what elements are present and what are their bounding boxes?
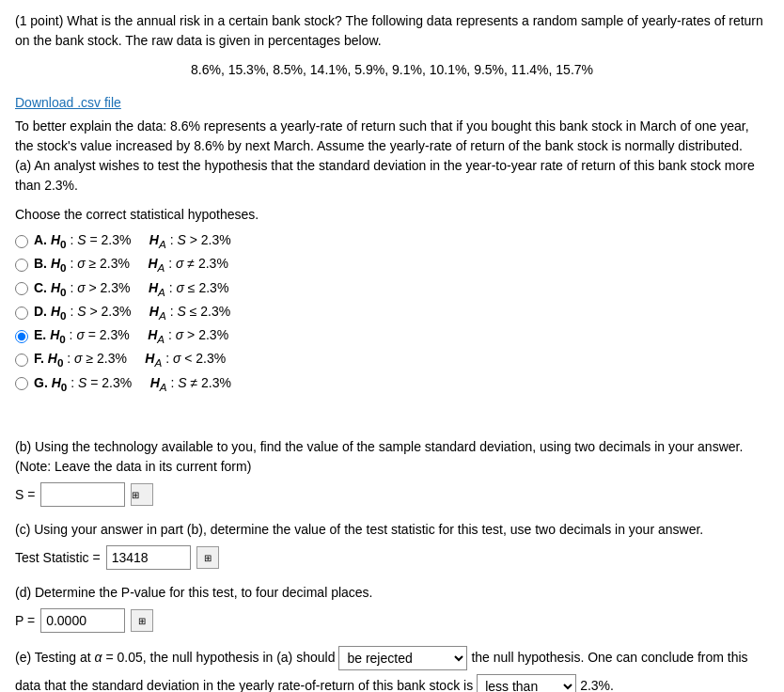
part-f-label-after: 2.3%.: [580, 674, 614, 692]
option-text-G: G. H0 : S = 2.3% HA : S ≠ 2.3%: [34, 373, 231, 395]
option-text-F: F. H0 : σ ≥ 2.3% HA : σ < 2.3%: [34, 349, 226, 370]
p-input[interactable]: [40, 608, 125, 633]
radio-D[interactable]: [15, 307, 28, 320]
part-c-block: (c) Using your answer in part (b), deter…: [15, 520, 769, 570]
part-d-label: (d) Determine the P-value for this test,…: [15, 583, 769, 603]
part-f-row: data that the standard deviation in the …: [15, 674, 769, 692]
p-grid-button[interactable]: ⊞: [131, 609, 153, 632]
part-c-input-row: Test Statistic = ⊞: [15, 545, 769, 570]
radio-F[interactable]: [15, 354, 28, 367]
download-csv-link[interactable]: Download .csv file: [15, 93, 121, 113]
option-text-B: B. H0 : σ ≥ 2.3% HA : σ ≠ 2.3%: [34, 254, 228, 275]
options-container: A. H0 : S = 2.3% HA : S > 2.3%B. H0 : σ …: [15, 230, 769, 395]
radio-G[interactable]: [15, 377, 28, 390]
explanation-block: To better explain the data: 8.6% represe…: [15, 117, 769, 196]
reject-dropdown[interactable]: be rejected fail to be rejected: [338, 646, 467, 670]
comparison-dropdown[interactable]: less than greater than equal to not equa…: [477, 674, 576, 692]
part-e-row: (e) Testing at α = 0.05, the null hypoth…: [15, 646, 769, 670]
part-e-block: (e) Testing at α = 0.05, the null hypoth…: [15, 646, 769, 692]
s-label: S =: [15, 485, 35, 505]
radio-option-E: E. H0 : σ = 2.3% HA : σ > 2.3%: [15, 325, 769, 347]
s-input[interactable]: [40, 482, 125, 507]
option-text-A: A. H0 : S = 2.3% HA : S > 2.3%: [34, 230, 231, 252]
radio-B[interactable]: [15, 259, 28, 272]
radio-option-D: D. H0 : S > 2.3% HA : S ≤ 2.3%: [15, 302, 769, 323]
part-a-intro: (a) An analyst wishes to test the hypoth…: [15, 156, 769, 196]
data-values: 8.6%, 15.3%, 8.5%, 14.1%, 5.9%, 9.1%, 10…: [15, 60, 769, 80]
radio-C[interactable]: [15, 282, 28, 295]
part-d-input-row: P = ⊞: [15, 608, 769, 633]
radio-option-C: C. H0 : σ > 2.3% HA : σ ≤ 2.3%: [15, 278, 769, 300]
part-f-label-before: data that the standard deviation in the …: [15, 674, 473, 692]
radio-E[interactable]: [15, 330, 28, 343]
s-grid-button[interactable]: ⊞: [131, 483, 153, 506]
part-c-label: (c) Using your answer in part (b), deter…: [15, 520, 769, 540]
radio-option-A: A. H0 : S = 2.3% HA : S > 2.3%: [15, 230, 769, 252]
part-d-block: (d) Determine the P-value for this test,…: [15, 583, 769, 633]
ts-input[interactable]: [106, 545, 191, 570]
p-label: P =: [15, 611, 35, 631]
option-text-D: D. H0 : S > 2.3% HA : S ≤ 2.3%: [34, 302, 230, 323]
radio-option-B: B. H0 : σ ≥ 2.3% HA : σ ≠ 2.3%: [15, 254, 769, 275]
question-intro: (1 point) What is the annual risk in a c…: [15, 11, 769, 51]
ts-grid-button[interactable]: ⊞: [196, 546, 219, 569]
radio-option-F: F. H0 : σ ≥ 2.3% HA : σ < 2.3%: [15, 349, 769, 370]
part-e-label: (e) Testing at α = 0.05, the null hypoth…: [15, 646, 335, 669]
option-text-E: E. H0 : σ = 2.3% HA : σ > 2.3%: [34, 325, 228, 347]
part-b-input-row: S = ⊞: [15, 482, 769, 507]
hypotheses-label: Choose the correct statistical hypothese…: [15, 205, 769, 225]
part-e-after: the null hypothesis. One can conclude fr…: [471, 646, 747, 669]
ts-label: Test Statistic =: [15, 548, 101, 568]
option-text-C: C. H0 : σ > 2.3% HA : σ ≤ 2.3%: [34, 278, 228, 300]
radio-A[interactable]: [15, 235, 28, 248]
part-b-block: (b) Using the technology available to yo…: [15, 437, 769, 507]
hypotheses-section: Choose the correct statistical hypothese…: [15, 205, 769, 395]
grid-icon: ⊞: [132, 490, 152, 500]
explanation-text: To better explain the data: 8.6% represe…: [15, 117, 769, 156]
radio-option-G: G. H0 : S = 2.3% HA : S ≠ 2.3%: [15, 373, 769, 395]
part-b-label: (b) Using the technology available to yo…: [15, 437, 769, 477]
